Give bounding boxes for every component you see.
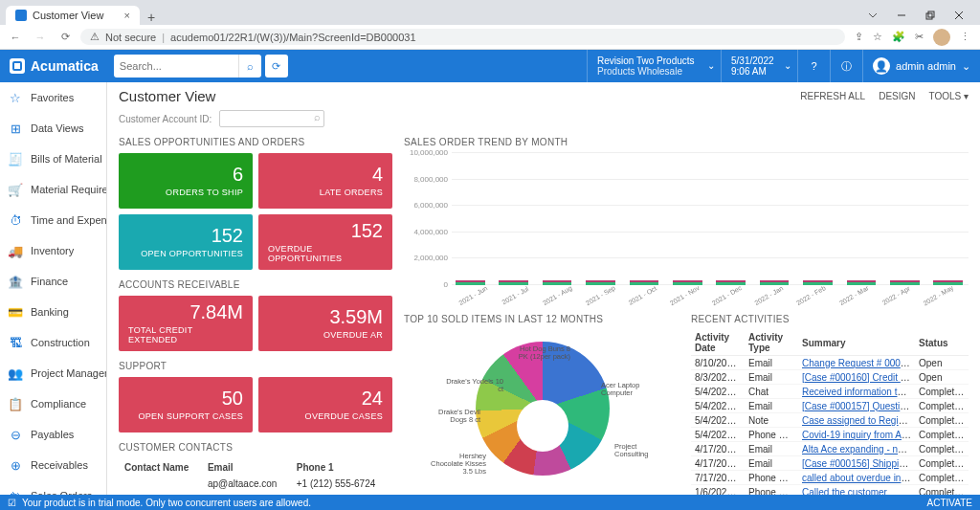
sidebar-item[interactable]: 🧾Bills of Material <box>0 144 106 174</box>
search-icon[interactable]: ⌕ <box>238 55 261 78</box>
tile-total-credit[interactable]: 7.84MTOTAL CREDIT EXTENDED <box>119 296 253 351</box>
sidebar-label: Project Management <box>31 367 106 379</box>
sidebar-item[interactable]: ⏱Time and Expenses <box>0 205 106 235</box>
sidebar-label: Inventory <box>31 245 74 256</box>
sidebar-item[interactable]: ⊞Data Views <box>0 113 106 144</box>
nav-forward-icon[interactable]: → <box>31 32 50 43</box>
tile-open-cases[interactable]: 50OPEN SUPPORT CASES <box>119 377 253 432</box>
contacts-table: Contact NameEmailPhone 1 ap@altaace.con+… <box>119 458 392 493</box>
sidebar-icon: 🧾 <box>8 151 23 166</box>
activity-link[interactable]: called about overdue invoices <box>802 473 915 483</box>
tile-orders-to-ship[interactable]: 6ORDERS TO SHIP <box>119 153 253 209</box>
tile-overdue-ar[interactable]: 3.59MOVERDUE AR <box>258 296 392 351</box>
brand[interactable]: Acumatica <box>0 50 108 82</box>
info-icon[interactable]: ⓘ <box>830 50 862 82</box>
tenant-selector[interactable]: Revision Two Products Products Wholesale… <box>587 50 721 82</box>
tile-overdue-opportunities[interactable]: 152OVERDUE OPPORTUNITIES <box>258 214 392 270</box>
tab-favicon <box>15 10 27 21</box>
activity-row[interactable]: 7/17/2019…Phone Callcalled about overdue… <box>691 471 969 485</box>
tile-overdue-cases[interactable]: 24OVERDUE CASES <box>258 377 392 432</box>
activity-link[interactable]: Alta Ace expanding - need new products <box>802 444 915 455</box>
chevron-down-icon: ⌄ <box>707 60 715 72</box>
activity-row[interactable]: 8/10/2020…EmailChange Request # 000001 f… <box>691 356 969 370</box>
header-action[interactable]: DESIGN <box>879 91 915 101</box>
extensions-icon[interactable]: 🧩 <box>892 31 905 43</box>
reload-icon[interactable]: ⟳ <box>265 55 288 78</box>
profile-avatar[interactable] <box>933 29 950 46</box>
activity-row[interactable]: 5/4/2020 …Email[Case #000157] Question c… <box>691 399 969 413</box>
busdate-line2: 9:06 AM <box>731 66 778 78</box>
activity-link[interactable]: Change Request # 000001 for project C… <box>802 358 915 368</box>
bookmark-icon[interactable]: ☆ <box>873 31 882 43</box>
user-menu[interactable]: 👤 admin admin ⌄ <box>862 50 980 82</box>
activity-link[interactable]: Received information that they are still… <box>802 387 915 397</box>
sidebar-item[interactable]: 🛍Sales Orders <box>0 480 106 495</box>
header-action[interactable]: TOOLS ▾ <box>929 91 969 101</box>
window-restore-icon[interactable] <box>917 6 944 25</box>
window-minimize-icon[interactable] <box>888 6 915 25</box>
window-close-icon[interactable] <box>946 6 972 25</box>
new-tab-button[interactable]: + <box>140 10 163 25</box>
snip-icon[interactable]: ✂ <box>915 31 924 43</box>
activity-row[interactable]: 4/17/2020…EmailAlta Ace expanding - need… <box>691 442 969 456</box>
sidebar-item[interactable]: ⊖Payables <box>0 419 106 450</box>
header-action[interactable]: REFRESH ALL <box>800 91 865 101</box>
section-title-opp: SALES OPPORTUNITIES AND ORDERS <box>119 137 392 147</box>
sidebar-item[interactable]: 📋Compliance <box>0 388 106 419</box>
activity-link[interactable]: Called the customer <box>802 487 887 496</box>
tenant-line2: Products Wholesale <box>597 66 702 78</box>
activate-button[interactable]: ACTIVATE <box>927 498 972 508</box>
sidebar-label: Finance <box>31 276 68 287</box>
activity-link[interactable]: [Case #000160] Credit Hold inquiry <box>802 372 915 383</box>
window-caret-icon[interactable] <box>859 6 886 25</box>
sidebar-icon: ⊞ <box>8 121 23 136</box>
activity-row[interactable]: 5/4/2020 …ChatReceived information that … <box>691 385 969 399</box>
sidebar-icon: 💳 <box>8 304 23 320</box>
browser-tab[interactable]: Customer View × <box>6 6 140 25</box>
activity-row[interactable]: 1/6/2020 …Phone CallCalled the customerC… <box>691 485 969 496</box>
address-bar[interactable]: ⚠ Not secure | acudemo01/22R1/(W(3))/Mai… <box>80 29 845 45</box>
activity-link[interactable]: Case assigned to Regina Wiley <box>802 415 915 426</box>
contact-row[interactable]: ap@altaace.con+1 (212) 555-6724 <box>121 477 390 491</box>
sidebar-item[interactable]: 🚚Inventory <box>0 235 106 266</box>
share-icon[interactable]: ⇪ <box>855 31 863 43</box>
sidebar-item[interactable]: 🏦Finance <box>0 266 106 297</box>
user-name: admin admin <box>896 60 956 72</box>
sidebar-label: Bills of Material <box>31 153 102 165</box>
sidebar-label: Receivables <box>31 459 88 471</box>
customer-account-input[interactable] <box>219 110 324 127</box>
sidebar-label: Data Views <box>31 122 83 134</box>
tile-late-orders[interactable]: 4LATE ORDERS <box>258 153 392 209</box>
trial-footer: ☑Your product is in trial mode. Only two… <box>0 495 980 510</box>
activity-row[interactable]: 8/3/2020 …Email[Case #000160] Credit Hol… <box>691 370 969 385</box>
tile-open-opportunities[interactable]: 152OPEN OPPORTUNITIES <box>119 214 253 270</box>
sidebar-item[interactable]: ☆Favorites <box>0 82 106 113</box>
sidebar-item[interactable]: 👥Project Management <box>0 358 106 388</box>
sidebar-item[interactable]: 💳Banking <box>0 297 106 327</box>
business-date-selector[interactable]: 5/31/2022 9:06 AM ⌄ <box>721 50 797 82</box>
sidebar-item[interactable]: 🏗Construction <box>0 327 106 358</box>
sidebar-item[interactable]: ⊕Receivables <box>0 450 106 480</box>
sidebar-label: Banking <box>31 306 69 318</box>
global-search-input[interactable] <box>114 55 238 78</box>
nav-back-icon[interactable]: ← <box>6 32 25 43</box>
activity-row[interactable]: 5/4/2020 …NoteCase assigned to Regina Wi… <box>691 413 969 428</box>
help-icon[interactable]: ? <box>797 50 830 82</box>
section-title-recent: RECENT ACTIVITIES <box>691 314 969 324</box>
user-avatar-icon: 👤 <box>873 57 890 75</box>
section-title-contacts: CUSTOMER CONTACTS <box>119 442 392 453</box>
activity-link[interactable]: [Case #000157] Question concerning C… <box>802 401 915 411</box>
activity-row[interactable]: 4/17/2020…Email[Case #000156] Shipping C… <box>691 456 969 471</box>
sidebar-label: Material Requirem… <box>31 184 106 195</box>
sidebar-icon: 👥 <box>8 366 23 381</box>
activity-link[interactable]: Covid-19 inquiry from Alta Ace <box>802 430 915 440</box>
browser-menu-icon[interactable]: ⋮ <box>960 31 970 43</box>
tab-close-icon[interactable]: × <box>124 10 130 21</box>
activity-link[interactable]: [Case #000156] Shipping Charges on in… <box>802 458 915 469</box>
nav-reload-icon[interactable]: ⟳ <box>56 31 75 43</box>
activity-row[interactable]: 5/4/2020 …Phone CallCovid-19 inquiry fro… <box>691 428 969 442</box>
sidebar-icon: 🚚 <box>8 243 23 258</box>
sidebar-item[interactable]: 🛒Material Requirem… <box>0 174 106 205</box>
url-text: acudemo01/22R1/(W(3))/Main?ScreenId=DB00… <box>170 32 416 43</box>
check-icon: ☑ <box>8 498 16 508</box>
